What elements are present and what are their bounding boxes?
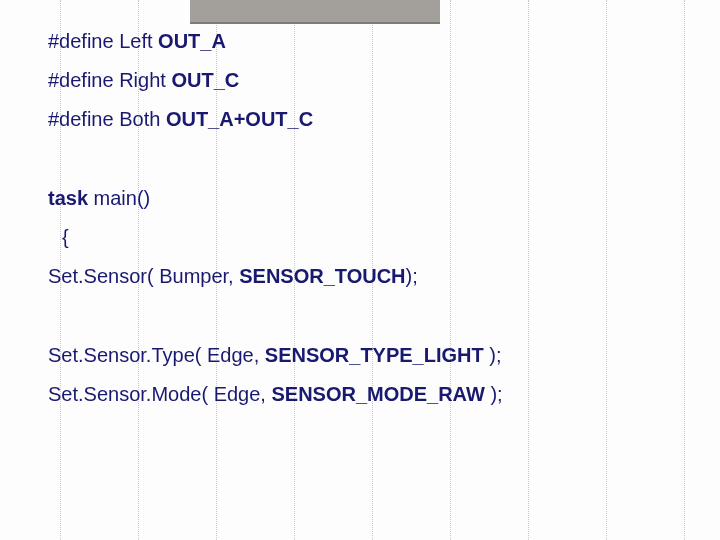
text-segment: Set.Sensor.Type( Edge, bbox=[48, 344, 265, 366]
code-line-5: { bbox=[62, 226, 690, 249]
blank-gap bbox=[48, 147, 690, 187]
text-segment: { bbox=[62, 226, 69, 248]
slide: #define Left OUT_A #define Right OUT_C #… bbox=[0, 0, 720, 540]
code-content: #define Left OUT_A #define Right OUT_C #… bbox=[48, 30, 690, 422]
text-bold-segment: task bbox=[48, 187, 88, 209]
code-line-6: Set.Sensor( Bumper, SENSOR_TOUCH); bbox=[48, 265, 690, 288]
text-segment: Set.Sensor.Mode( Edge, bbox=[48, 383, 271, 405]
code-line-4: task main() bbox=[48, 187, 690, 210]
text-segment: Set.Sensor( Bumper, bbox=[48, 265, 239, 287]
code-line-1: #define Left OUT_A bbox=[48, 30, 690, 53]
text-bold-segment: OUT_A+OUT_C bbox=[166, 108, 313, 130]
text-segment: ); bbox=[484, 344, 502, 366]
text-segment: #define Left bbox=[48, 30, 158, 52]
code-line-8: Set.Sensor.Mode( Edge, SENSOR_MODE_RAW )… bbox=[48, 383, 690, 406]
text-bold-segment: OUT_A bbox=[158, 30, 226, 52]
text-segment: main() bbox=[88, 187, 150, 209]
text-bold-segment: SENSOR_TYPE_LIGHT bbox=[265, 344, 484, 366]
blank-gap bbox=[48, 304, 690, 344]
text-segment: ); bbox=[485, 383, 503, 405]
code-line-2: #define Right OUT_C bbox=[48, 69, 690, 92]
text-bold-segment: SENSOR_MODE_RAW bbox=[271, 383, 484, 405]
text-bold-segment: OUT_C bbox=[171, 69, 239, 91]
top-decorative-bar bbox=[190, 0, 440, 24]
text-segment: #define Both bbox=[48, 108, 166, 130]
text-bold-segment: SENSOR_TOUCH bbox=[239, 265, 405, 287]
code-line-7: Set.Sensor.Type( Edge, SENSOR_TYPE_LIGHT… bbox=[48, 344, 690, 367]
text-segment: ); bbox=[406, 265, 418, 287]
text-segment: #define Right bbox=[48, 69, 171, 91]
code-line-3: #define Both OUT_A+OUT_C bbox=[48, 108, 690, 131]
